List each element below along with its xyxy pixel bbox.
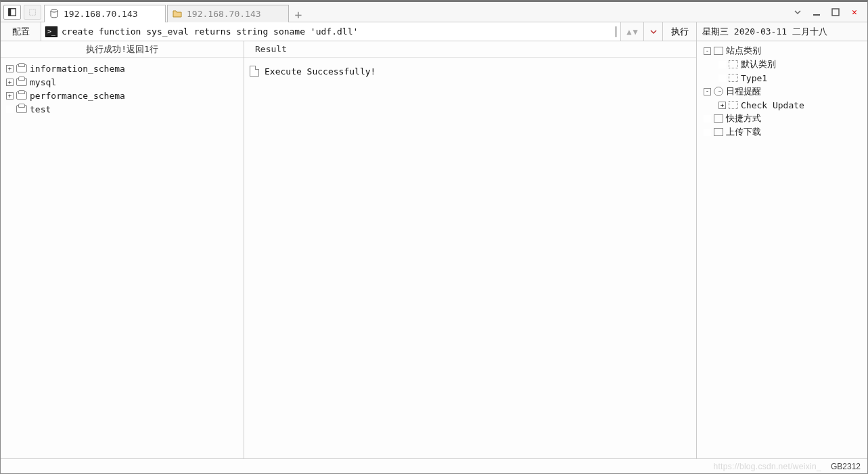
db-tree-item[interactable]: + information_schema	[3, 62, 241, 75]
spacer	[718, 74, 726, 82]
database-icon	[16, 64, 27, 72]
svg-rect-2	[30, 9, 36, 15]
database-icon	[16, 91, 27, 100]
category-icon	[714, 47, 723, 55]
db-label: performance_schema	[30, 91, 125, 101]
side-panel: - 站点类别 默认类别 Type1 - 日程提醒	[697, 41, 867, 458]
side-node-type1[interactable]: Type1	[701, 71, 863, 85]
spacer	[718, 61, 726, 68]
result-text: Execute Successfully!	[265, 66, 375, 77]
database-icon	[16, 105, 27, 113]
folder-icon	[172, 8, 183, 19]
config-button[interactable]: 配置	[1, 22, 41, 41]
expand-icon	[6, 106, 14, 113]
node-label: 日程提醒	[726, 85, 761, 98]
side-node-upload-download[interactable]: 上传下载	[701, 125, 863, 139]
spacer	[704, 115, 711, 123]
expand-icon[interactable]: +	[6, 79, 14, 86]
app-window: 192.168.70.143 192.168.70.143 + ✕	[0, 0, 868, 474]
shortcut-icon	[714, 114, 723, 123]
command-dropdown[interactable]	[644, 22, 663, 41]
db-tree: + information_schema + mysql + performan…	[1, 58, 244, 120]
transfer-icon	[714, 128, 723, 136]
db-label: mysql	[30, 77, 56, 87]
result-header: Result	[244, 41, 696, 58]
expand-icon[interactable]: +	[6, 92, 14, 100]
expand-icon[interactable]: +	[6, 65, 14, 72]
execute-button[interactable]: 执行	[663, 22, 697, 41]
collapse-icon[interactable]: -	[704, 47, 711, 55]
titlebar: 192.168.70.143 192.168.70.143 + ✕	[1, 2, 867, 22]
minimize-button[interactable]	[809, 6, 824, 18]
db-tree-item[interactable]: + performance_schema	[3, 89, 241, 102]
tab-label: 192.168.70.143	[64, 9, 138, 19]
db-tree-item[interactable]: + mysql	[3, 75, 241, 89]
side-node-site-category[interactable]: - 站点类别	[701, 44, 863, 58]
node-label: 快捷方式	[726, 112, 761, 125]
status-bar: https://blog.csdn.net/weixin_ GB2312	[1, 458, 867, 473]
history-stepper[interactable]: ▲▼	[621, 22, 644, 41]
item-icon	[729, 101, 738, 109]
result-panel: Result Execute Successfully!	[244, 41, 697, 458]
svg-point-3	[51, 9, 58, 12]
page-icon	[250, 66, 259, 77]
node-label: 默认类别	[741, 58, 776, 70]
date-display: 星期三 2020-03-11 二月十八	[697, 22, 867, 41]
side-node-shortcut[interactable]: 快捷方式	[701, 112, 863, 125]
app-menu-button[interactable]	[3, 5, 21, 20]
db-tree-item[interactable]: test	[3, 102, 241, 116]
result-body: Execute Successfully!	[244, 58, 696, 85]
tab-label: 192.168.70.143	[187, 9, 261, 19]
spacer	[704, 129, 711, 136]
db-tree-panel: 执行成功!返回1行 + information_schema + mysql +…	[1, 41, 244, 458]
svg-rect-1	[9, 8, 12, 16]
item-icon	[729, 74, 738, 82]
maximize-button[interactable]	[828, 6, 843, 18]
collapse-icon[interactable]: -	[704, 88, 711, 95]
database-icon	[16, 78, 27, 86]
node-label: 上传下载	[726, 126, 761, 138]
text-caret	[616, 26, 616, 37]
svg-rect-5	[832, 9, 839, 16]
side-node-schedule[interactable]: - 日程提醒	[701, 85, 863, 98]
db-icon	[49, 8, 60, 19]
main-area: 执行成功!返回1行 + information_schema + mysql +…	[1, 41, 867, 458]
tab-inactive[interactable]: 192.168.70.143	[167, 5, 289, 22]
tabstrip: 192.168.70.143 192.168.70.143 +	[44, 2, 787, 22]
close-button[interactable]: ✕	[847, 6, 862, 18]
new-tab-button[interactable]: +	[290, 7, 306, 22]
tab-active[interactable]: 192.168.70.143	[44, 5, 166, 22]
svg-rect-4	[813, 14, 820, 16]
command-bar: 配置 >_ ▲▼ 执行 星期三 2020-03-11 二月十八	[1, 22, 867, 41]
expand-icon[interactable]: +	[718, 102, 726, 109]
clock-icon	[714, 87, 723, 96]
node-label: Check Update	[741, 100, 804, 110]
terminal-icon: >_	[45, 26, 58, 37]
command-field[interactable]: >_	[41, 22, 621, 41]
result-row: Execute Successfully!	[250, 64, 691, 78]
side-tree: - 站点类别 默认类别 Type1 - 日程提醒	[697, 44, 867, 139]
command-input[interactable]	[62, 26, 612, 37]
side-node-default-category[interactable]: 默认类别	[701, 58, 863, 71]
left-panel-header: 执行成功!返回1行	[1, 41, 244, 58]
item-icon	[729, 60, 738, 68]
node-label: Type1	[741, 73, 767, 83]
db-label: information_schema	[30, 64, 125, 74]
dropdown-icon[interactable]	[790, 6, 805, 18]
watermark-text: https://blog.csdn.net/weixin_	[713, 462, 821, 471]
detach-tab-button[interactable]	[24, 5, 41, 20]
node-label: 站点类别	[726, 45, 761, 57]
db-label: test	[30, 104, 51, 114]
encoding-label: GB2312	[831, 462, 861, 471]
side-node-check-update[interactable]: + Check Update	[701, 98, 863, 112]
window-controls: ✕	[790, 6, 865, 18]
